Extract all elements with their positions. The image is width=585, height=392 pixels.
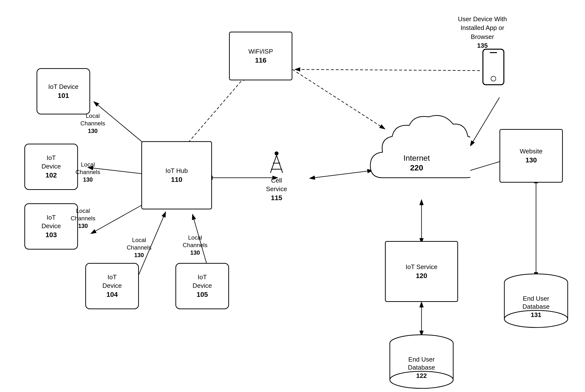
diagram-container: IoT Device 101 IoTDevice102 IoTDevice103… — [0, 0, 585, 392]
iot-device-103: IoTDevice103 — [24, 203, 78, 250]
svg-point-18 — [275, 152, 278, 155]
wifi-number: 116 — [255, 56, 267, 64]
svg-line-8 — [185, 76, 246, 146]
internet-220: Internet 220 — [363, 110, 470, 203]
cylinder-122-svg: End User Database 122 — [387, 334, 456, 390]
svg-text:Database: Database — [522, 303, 549, 310]
iotservice-number: 120 — [416, 272, 427, 280]
svg-line-20 — [277, 155, 283, 173]
user-device-phone — [482, 49, 504, 85]
svg-line-10 — [295, 70, 480, 70]
iot-hub-110: IoT Hub110 — [141, 141, 212, 210]
iot102-number: 102 — [46, 172, 57, 179]
svg-text:End User: End User — [408, 356, 435, 363]
iot101-label: IoT Device — [48, 83, 79, 90]
lc-label-102: LocalChannels130 — [76, 161, 100, 184]
iothub-number: 110 — [171, 176, 183, 183]
svg-text:Internet: Internet — [403, 154, 430, 162]
iot-service-120: IoT Service120 — [385, 241, 458, 302]
svg-text:131: 131 — [531, 311, 541, 318]
website-130: Website130 — [499, 129, 563, 182]
wifi-isp-116: WiFi/ISP116 — [229, 32, 292, 80]
iot104-number: 104 — [107, 291, 118, 298]
iot101-number: 101 — [58, 92, 69, 99]
end-user-db-131: End User Database 131 — [502, 273, 570, 329]
cylinder-131-svg: End User Database 131 — [502, 273, 570, 329]
lc-label-103: LocalChannels130 — [71, 207, 95, 230]
iot-device-105: IoTDevice105 — [175, 263, 229, 309]
lc-label-104: LocalChannels130 — [127, 236, 151, 259]
iot103-number: 103 — [46, 231, 57, 238]
website-number: 130 — [525, 156, 537, 164]
internet-cloud-svg: Internet 220 — [363, 110, 470, 202]
iot-device-104: IoTDevice104 — [85, 263, 139, 309]
cell-service-115: CellService115 — [266, 151, 288, 202]
cell-number: 115 — [271, 194, 282, 202]
end-user-db-122: End User Database 122 — [387, 334, 456, 390]
svg-line-11 — [470, 98, 499, 146]
svg-text:220: 220 — [410, 163, 423, 172]
svg-text:Database: Database — [408, 364, 435, 371]
svg-line-19 — [270, 155, 277, 173]
lc-label-105: LocalChannels130 — [183, 234, 207, 257]
iot-device-102: IoTDevice102 — [24, 144, 78, 190]
svg-text:122: 122 — [416, 372, 427, 379]
svg-text:End User: End User — [523, 295, 549, 302]
cell-tower-icon — [266, 151, 288, 175]
user-device-text: User Device With Installed App or Browse… — [448, 14, 516, 50]
iot-device-101: IoT Device 101 — [37, 68, 90, 114]
iot105-number: 105 — [197, 291, 208, 298]
lc-label-101: LocalChannels130 — [80, 112, 105, 135]
